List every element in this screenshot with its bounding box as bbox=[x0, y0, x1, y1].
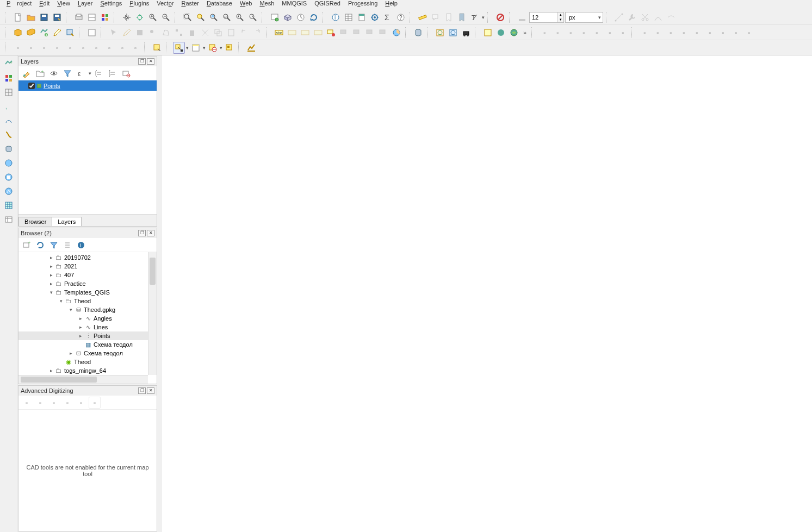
text-annotation-button[interactable]: T bbox=[469, 11, 481, 23]
tab-browser[interactable]: Browser bbox=[18, 217, 52, 226]
new-3d-view-button[interactable] bbox=[282, 11, 294, 23]
refresh-button[interactable] bbox=[308, 11, 320, 23]
select-value-button[interactable] bbox=[190, 42, 202, 54]
adv-btn-6[interactable]: ▫ bbox=[89, 397, 101, 409]
new-postgis-icon[interactable] bbox=[2, 142, 15, 155]
tree-item[interactable]: ▸Points bbox=[18, 331, 157, 340]
edit-pencil-button[interactable] bbox=[51, 27, 63, 39]
tree-item[interactable]: ▸togs_mingw_64 bbox=[18, 366, 157, 375]
new-mesh-icon[interactable] bbox=[2, 86, 15, 99]
grey-set2-2[interactable]: ▫ bbox=[652, 27, 664, 39]
tree-twist-icon[interactable]: ▸ bbox=[77, 324, 84, 330]
label-abc4-button[interactable] bbox=[312, 27, 324, 39]
tree-item[interactable]: ▸Схема теодол bbox=[18, 349, 157, 358]
current-edits-button[interactable] bbox=[121, 27, 133, 39]
label-abc3-button[interactable] bbox=[299, 27, 311, 39]
show-bookmarks-button[interactable] bbox=[456, 11, 468, 23]
grey-set2-7[interactable]: ▫ bbox=[717, 27, 729, 39]
zoom-selection-button[interactable] bbox=[195, 11, 207, 23]
zoom-native-button[interactable]: 1:1 bbox=[221, 11, 233, 23]
browser-filter-button[interactable] bbox=[48, 239, 60, 251]
menu-project[interactable]: Project bbox=[3, 0, 35, 7]
grey-set-1[interactable]: ▫ bbox=[538, 27, 550, 39]
save-project-button[interactable] bbox=[38, 11, 50, 23]
stats-button[interactable]: Σ bbox=[382, 11, 394, 23]
change-label-button[interactable] bbox=[377, 27, 389, 39]
browser-vscroll[interactable] bbox=[148, 252, 157, 375]
browser-close-button[interactable]: ✕ bbox=[147, 230, 154, 236]
tree-item[interactable]: ▾Theod bbox=[18, 297, 157, 305]
zoom-last-button[interactable] bbox=[234, 11, 246, 23]
adv-dock-button[interactable]: ❐ bbox=[138, 387, 146, 394]
add-polygon-button[interactable] bbox=[160, 27, 172, 39]
tree-twist-icon[interactable]: ▸ bbox=[48, 264, 54, 269]
menu-mmqgis[interactable]: MMQGIS bbox=[278, 0, 310, 7]
zoom-full-button[interactable] bbox=[182, 11, 194, 23]
grey-set2-5[interactable]: ▫ bbox=[691, 27, 703, 39]
field-calculator-button[interactable] bbox=[356, 11, 368, 23]
adv-btn-2[interactable]: ▫ bbox=[34, 397, 46, 409]
plugin-button-3[interactable] bbox=[508, 27, 520, 39]
new-delimited-icon[interactable]: , bbox=[2, 100, 15, 113]
zoom-layer-button[interactable] bbox=[208, 11, 220, 23]
menu-processing[interactable]: Processing bbox=[345, 0, 381, 7]
grey-set-6[interactable]: ▫ bbox=[604, 27, 616, 39]
pin-label-button[interactable] bbox=[325, 27, 337, 39]
layers-expand-button[interactable] bbox=[93, 67, 105, 79]
tree-item[interactable]: ▾Templates_QGIS bbox=[18, 288, 157, 297]
digitize-5[interactable]: ▫ bbox=[64, 42, 76, 54]
digitize-6[interactable]: ▫ bbox=[77, 42, 89, 54]
redo-button[interactable] bbox=[251, 27, 263, 39]
tree-twist-icon[interactable]: ▸ bbox=[67, 351, 74, 356]
adv-btn-4[interactable]: ▫ bbox=[61, 397, 73, 409]
menu-raster[interactable]: Raster bbox=[178, 0, 202, 7]
open-project-button[interactable] bbox=[25, 11, 37, 23]
menu-web[interactable]: Web bbox=[237, 0, 255, 7]
move-label-button[interactable] bbox=[351, 27, 363, 39]
grey-set-5[interactable]: ▫ bbox=[591, 27, 603, 39]
digitize-8[interactable]: ▫ bbox=[103, 42, 115, 54]
new-raster-icon[interactable] bbox=[2, 72, 15, 85]
measure-button[interactable] bbox=[417, 11, 429, 23]
select-all-button[interactable] bbox=[224, 42, 235, 54]
digitize-2[interactable]: ▫ bbox=[25, 42, 37, 54]
menu-view[interactable]: View bbox=[54, 0, 73, 7]
select-feature-button[interactable] bbox=[173, 42, 185, 54]
tree-twist-icon[interactable]: ▸ bbox=[48, 272, 54, 278]
grey-set2-3[interactable]: ▫ bbox=[665, 27, 677, 39]
menu-layer[interactable]: Layer bbox=[75, 0, 96, 7]
add-table-icon[interactable] bbox=[2, 213, 15, 226]
tree-item[interactable]: ▸Practice bbox=[18, 279, 157, 288]
digitize-10[interactable]: ▫ bbox=[129, 42, 141, 54]
digitize-4[interactable]: ▫ bbox=[51, 42, 63, 54]
layers-style-button[interactable] bbox=[21, 67, 33, 79]
digitize-7[interactable]: ▫ bbox=[90, 42, 102, 54]
pointer-button[interactable] bbox=[108, 27, 120, 39]
new-vector-icon[interactable]: + bbox=[2, 58, 15, 71]
menu-mesh[interactable]: Mesh bbox=[256, 0, 277, 7]
deselect-button[interactable] bbox=[207, 42, 219, 54]
zoom-next-button[interactable] bbox=[247, 11, 259, 23]
tree-item[interactable]: ▾Theod.gpkg bbox=[18, 305, 157, 314]
menu-plugins[interactable]: Plugins bbox=[126, 0, 152, 7]
font-color-button[interactable] bbox=[516, 11, 528, 23]
database-button[interactable] bbox=[412, 27, 424, 39]
new-spatialite-icon[interactable] bbox=[2, 128, 15, 141]
pan-to-selection-button[interactable] bbox=[134, 11, 146, 23]
grey-set-2[interactable]: ▫ bbox=[551, 27, 563, 39]
delete-button[interactable] bbox=[186, 27, 198, 39]
edit-selection-button[interactable] bbox=[64, 27, 76, 39]
arc-button-1[interactable] bbox=[652, 11, 664, 23]
layout-manager-button[interactable] bbox=[86, 11, 98, 23]
tree-twist-icon[interactable]: ▸ bbox=[48, 281, 54, 286]
tree-twist-icon[interactable]: ▸ bbox=[48, 368, 54, 373]
pan-button[interactable] bbox=[121, 11, 133, 23]
browser-refresh-button[interactable] bbox=[34, 239, 46, 251]
unit-combo[interactable]: px bbox=[565, 12, 603, 23]
add-wcs-icon[interactable] bbox=[2, 171, 15, 184]
temporal-button[interactable] bbox=[295, 11, 307, 23]
paste-features-button[interactable] bbox=[225, 27, 237, 39]
grey-set2-9[interactable]: ▫ bbox=[743, 27, 755, 39]
grey-set2-6[interactable]: ▫ bbox=[704, 27, 716, 39]
map-tips-button[interactable] bbox=[430, 11, 442, 23]
